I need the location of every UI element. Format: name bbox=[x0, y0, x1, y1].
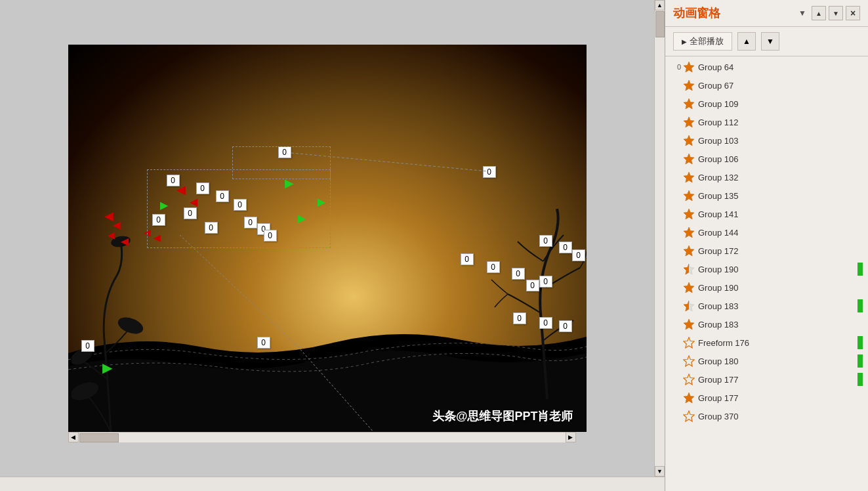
scroll-track-v bbox=[655, 11, 665, 466]
scroll-thumb[interactable] bbox=[79, 433, 119, 442]
scroll-left-btn[interactable]: ◀ bbox=[68, 432, 79, 442]
svg-marker-30 bbox=[684, 411, 694, 421]
list-item[interactable]: Group 109 bbox=[665, 95, 868, 113]
canvas-vscrollbar: ▲ ▼ bbox=[654, 0, 665, 477]
list-item[interactable]: Group 103 bbox=[665, 131, 868, 150]
anim-star-icon bbox=[682, 318, 695, 331]
list-item[interactable]: Group 177 bbox=[665, 370, 868, 389]
svg-point-1 bbox=[72, 379, 101, 404]
anim-label: Group 370 bbox=[698, 412, 863, 421]
list-item[interactable]: Group 106 bbox=[665, 150, 868, 168]
list-item[interactable]: Group 190 bbox=[665, 260, 868, 278]
scroll-up-btn[interactable]: ▲ bbox=[655, 0, 665, 11]
svg-marker-17 bbox=[684, 245, 694, 256]
panel-up-btn[interactable]: ▲ bbox=[812, 6, 826, 20]
anim-star-icon bbox=[682, 281, 695, 294]
watermark: 头条@思维导图PPT肖老师 bbox=[432, 408, 573, 424]
anim-star-icon bbox=[682, 152, 695, 165]
selection-box bbox=[147, 169, 331, 248]
anim-label: Group 103 bbox=[698, 136, 863, 146]
anim-star-icon bbox=[682, 336, 695, 349]
canvas-area: 0 0 0 0 0 0 0 0 0 0 0 0 0 0 0 0 bbox=[0, 0, 654, 477]
svg-marker-26 bbox=[684, 337, 694, 348]
anim-label: Group 106 bbox=[698, 154, 863, 164]
list-item[interactable]: Group 144 bbox=[665, 223, 868, 242]
red-arrow: ◀ bbox=[104, 209, 114, 223]
list-item[interactable]: Group 190 bbox=[665, 278, 868, 297]
main-area: 0 0 0 0 0 0 0 0 0 0 0 0 0 0 0 0 bbox=[0, 0, 868, 491]
scroll-down-btn[interactable]: ▼ bbox=[655, 466, 665, 477]
list-item[interactable]: Group 132 bbox=[665, 168, 868, 186]
anim-label: Group 172 bbox=[698, 246, 863, 256]
anim-label: Group 64 bbox=[698, 62, 863, 72]
scroll-thumb-v[interactable] bbox=[655, 11, 665, 37]
anim-star-icon bbox=[682, 60, 695, 74]
animation-list[interactable]: 0 Group 64 Group 67 Group 109 Group 112 … bbox=[665, 56, 868, 491]
num-box: 0 bbox=[257, 337, 270, 349]
list-item[interactable]: Group 180 bbox=[665, 352, 868, 370]
svg-marker-11 bbox=[684, 135, 694, 146]
svg-marker-14 bbox=[684, 190, 694, 201]
list-item[interactable]: Group 112 bbox=[665, 113, 868, 131]
num-box: 0 bbox=[512, 268, 525, 280]
green-arrow: ▶ bbox=[102, 360, 112, 375]
anim-label: Group 190 bbox=[698, 283, 863, 293]
play-icon: ▶ bbox=[682, 38, 687, 45]
anim-bar bbox=[858, 354, 863, 368]
list-item[interactable]: Freeform 176 bbox=[665, 333, 868, 352]
svg-marker-8 bbox=[684, 80, 694, 91]
anim-label: Freeform 176 bbox=[698, 338, 855, 348]
svg-marker-13 bbox=[684, 172, 694, 182]
slide-canvas: 0 0 0 0 0 0 0 0 0 0 0 0 0 0 0 0 bbox=[68, 45, 587, 432]
anim-label: Group 112 bbox=[698, 117, 863, 127]
scroll-right-btn[interactable]: ▶ bbox=[566, 432, 576, 442]
anim-star-icon bbox=[682, 134, 695, 147]
num-box: 0 bbox=[539, 235, 552, 247]
list-item[interactable]: Group 183 bbox=[665, 315, 868, 333]
list-item[interactable]: Group 172 bbox=[665, 242, 868, 260]
num-box: 0 bbox=[461, 253, 474, 265]
list-item[interactable]: Group 141 bbox=[665, 205, 868, 223]
list-item[interactable]: Group 177 bbox=[665, 389, 868, 407]
scroll-track[interactable] bbox=[79, 432, 566, 442]
anim-star-icon bbox=[682, 354, 695, 368]
panel-close-btn[interactable]: × bbox=[846, 6, 860, 20]
red-arrow: ◀ bbox=[121, 235, 129, 247]
svg-marker-15 bbox=[684, 209, 694, 219]
anim-star-icon bbox=[682, 207, 695, 221]
num-box: 0 bbox=[559, 320, 572, 332]
anim-star-icon bbox=[682, 263, 695, 276]
svg-marker-9 bbox=[684, 98, 694, 109]
order-up-btn[interactable]: ▲ bbox=[737, 32, 756, 51]
anim-label: Group 67 bbox=[698, 81, 863, 91]
panel-down-btn[interactable]: ▼ bbox=[829, 6, 843, 20]
list-item[interactable]: Group 370 bbox=[665, 407, 868, 425]
list-item[interactable]: 0 Group 64 bbox=[665, 58, 868, 76]
num-box: 0 bbox=[526, 280, 539, 291]
anim-label: Group 183 bbox=[698, 301, 855, 311]
list-item[interactable]: Group 135 bbox=[665, 186, 868, 205]
order-down-btn[interactable]: ▼ bbox=[761, 32, 779, 51]
list-item[interactable]: Group 67 bbox=[665, 76, 868, 95]
anim-bar bbox=[858, 299, 863, 312]
anim-label: Group 109 bbox=[698, 99, 863, 109]
num-box: 0 bbox=[483, 166, 496, 178]
play-all-button[interactable]: ▶ 全部播放 bbox=[673, 32, 732, 51]
anim-star-icon bbox=[682, 189, 695, 202]
anim-label: Group 177 bbox=[698, 393, 863, 403]
list-item[interactable]: Group 183 bbox=[665, 297, 868, 315]
anim-star-icon bbox=[682, 171, 695, 184]
anim-label: Group 180 bbox=[698, 356, 855, 366]
left-plant-svg bbox=[72, 235, 157, 432]
svg-point-2 bbox=[115, 314, 145, 337]
anim-star-icon bbox=[682, 244, 695, 257]
num-box: 0 bbox=[572, 249, 585, 261]
svg-marker-28 bbox=[684, 374, 694, 385]
panel-dropdown-btn[interactable]: ▼ bbox=[796, 6, 809, 20]
play-label: 全部播放 bbox=[690, 35, 724, 47]
anim-star-icon bbox=[682, 299, 695, 312]
num-box: 0 bbox=[559, 242, 572, 253]
anim-label: Group 141 bbox=[698, 209, 863, 219]
anim-star-icon bbox=[682, 79, 695, 92]
canvas-section: 0 0 0 0 0 0 0 0 0 0 0 0 0 0 0 0 bbox=[0, 0, 665, 491]
